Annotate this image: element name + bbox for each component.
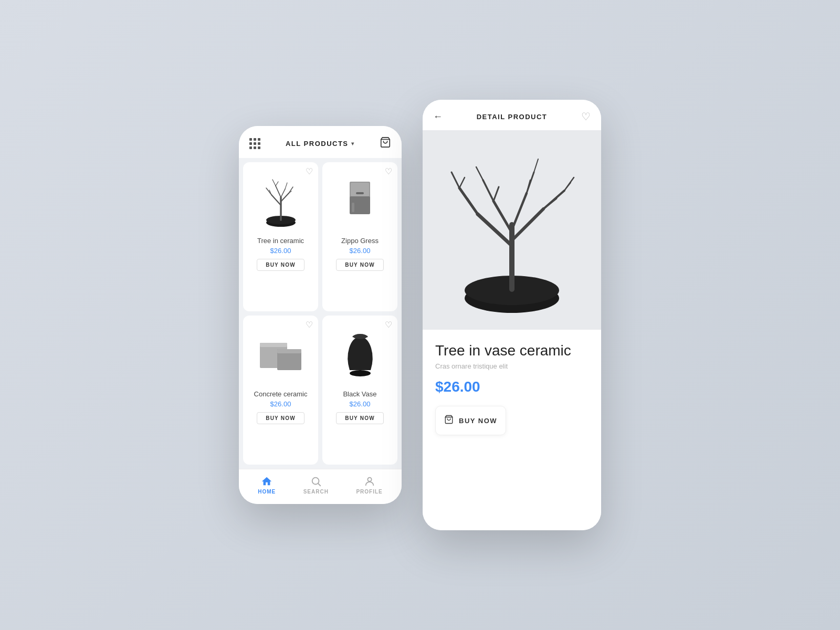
chevron-down-icon: ▾ (351, 141, 355, 146)
nav-home[interactable]: HOME (258, 476, 276, 495)
product-name-4: Black Vase (343, 390, 376, 398)
product-image-tree (248, 169, 313, 232)
svg-rect-20 (352, 203, 354, 212)
buy-now-button-1[interactable]: BUY NOW (257, 259, 304, 271)
detail-product-price: $26.00 (435, 379, 589, 395)
buy-now-button-3[interactable]: BUY NOW (257, 412, 304, 424)
product-name-1: Tree in ceramic (257, 237, 304, 245)
svg-line-12 (276, 182, 278, 186)
wishlist-button-1[interactable]: ♡ (306, 167, 313, 176)
product-card-vase[interactable]: ♡ Black Vase $26.00 BUY NOW (322, 316, 397, 465)
nav-search-label: SEARCH (303, 489, 329, 495)
detail-product-name: Tree in vase ceramic (435, 342, 589, 359)
svg-line-40 (543, 198, 556, 209)
svg-point-26 (353, 334, 367, 339)
svg-line-11 (272, 180, 276, 186)
svg-line-37 (459, 177, 465, 188)
buy-now-button-4[interactable]: BUY NOW (336, 412, 384, 424)
nav-search[interactable]: SEARCH (303, 476, 329, 495)
nav-profile-label: PROFILE (356, 489, 382, 495)
svg-point-25 (350, 370, 371, 376)
product-price-3: $26.00 (270, 400, 291, 408)
svg-line-45 (494, 187, 499, 201)
product-name-2: Zippo Gress (341, 237, 379, 245)
svg-line-46 (476, 167, 483, 180)
detail-product-subtitle: Cras ornare tristique elit (435, 362, 589, 370)
svg-rect-17 (351, 183, 369, 196)
wishlist-button-detail[interactable]: ♡ (581, 110, 591, 123)
svg-line-13 (281, 189, 285, 197)
nav-profile[interactable]: PROFILE (356, 476, 382, 495)
cart-icon-detail (444, 415, 454, 426)
product-name-3: Concrete ceramic (254, 390, 308, 398)
detail-page-title: DETAIL PRODUCT (477, 113, 548, 121)
svg-line-10 (276, 186, 281, 197)
buy-now-button-2[interactable]: BUY NOW (336, 259, 384, 271)
grid-menu-icon[interactable] (249, 138, 260, 149)
left-phone: ALL PRODUCTS ▾ ♡ (239, 126, 402, 504)
svg-line-14 (285, 183, 287, 189)
product-grid: ♡ (239, 158, 402, 469)
product-card-tree-ceramic[interactable]: ♡ (243, 162, 318, 311)
svg-line-4 (271, 195, 281, 205)
buy-now-detail-label: BUY NOW (459, 417, 497, 425)
home-icon (261, 476, 272, 487)
svg-line-42 (564, 183, 571, 191)
wishlist-button-3[interactable]: ♡ (306, 321, 313, 329)
svg-line-35 (467, 198, 478, 214)
svg-rect-24 (277, 349, 301, 353)
svg-rect-19 (356, 192, 364, 194)
top-bar: ALL PRODUCTS ▾ (239, 126, 402, 158)
detail-top-bar: ← DETAIL PRODUCT ♡ (423, 100, 601, 130)
product-price-1: $26.00 (270, 247, 291, 255)
product-image-concrete (248, 322, 313, 385)
wishlist-button-2[interactable]: ♡ (385, 167, 392, 176)
svg-line-38 (512, 209, 543, 240)
detail-product-image (423, 130, 601, 330)
product-image-vase (328, 322, 392, 385)
svg-line-8 (289, 187, 293, 193)
buy-now-detail-button[interactable]: BUY NOW (435, 406, 506, 435)
product-image-zippo (328, 169, 392, 232)
svg-line-44 (483, 180, 494, 201)
svg-line-36 (452, 172, 459, 188)
svg-point-29 (368, 478, 371, 481)
svg-rect-22 (260, 343, 287, 347)
bottom-navigation: HOME SEARCH PROFILE (239, 469, 402, 504)
svg-point-27 (312, 478, 319, 485)
svg-line-50 (534, 159, 538, 172)
back-button[interactable]: ← (433, 111, 443, 122)
svg-line-43 (494, 201, 512, 233)
svg-line-28 (318, 484, 320, 486)
category-dropdown[interactable]: ALL PRODUCTS ▾ (286, 140, 354, 148)
nav-home-label: HOME (258, 489, 276, 495)
product-card-zippo[interactable]: ♡ Zippo Gress $26.00 BUY NOW (322, 162, 397, 311)
detail-info-panel: Tree in vase ceramic Cras ornare tristiq… (423, 330, 601, 530)
product-price-4: $26.00 (350, 400, 371, 408)
svg-line-33 (478, 214, 512, 246)
cart-button[interactable] (380, 136, 391, 151)
search-icon (310, 476, 322, 487)
right-phone: ← DETAIL PRODUCT ♡ (423, 100, 601, 530)
category-label: ALL PRODUCTS (286, 140, 349, 148)
svg-line-47 (512, 193, 527, 230)
product-price-2: $26.00 (350, 247, 371, 255)
profile-icon (364, 476, 375, 487)
wishlist-button-4[interactable]: ♡ (385, 321, 392, 329)
product-card-concrete[interactable]: ♡ Concrete ceramic $26.00 BUY NOW (243, 316, 318, 465)
